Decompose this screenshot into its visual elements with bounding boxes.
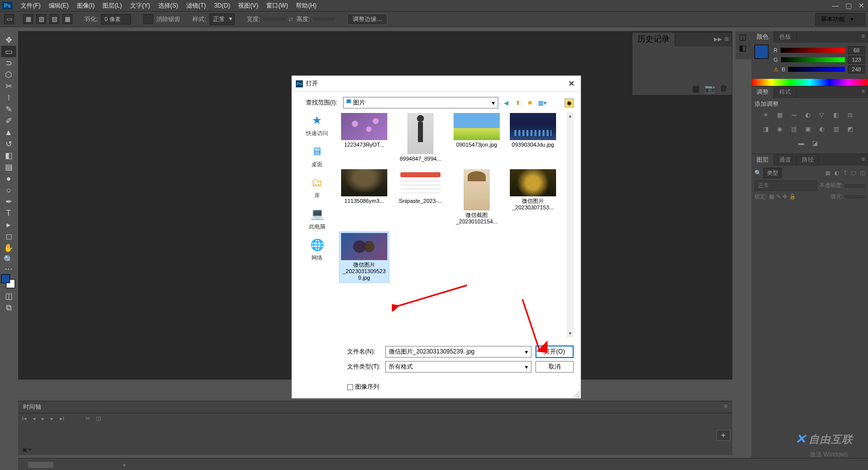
file-item[interactable]: 09015473jon.jpg bbox=[452, 112, 502, 163]
file-item[interactable]: 微信截图_20230102154... bbox=[452, 168, 502, 226]
filter-pixel-icon[interactable]: ▦ bbox=[825, 170, 830, 176]
tl-mode-icon[interactable]: ▣ ▾ bbox=[22, 446, 32, 453]
filter-smart-icon[interactable]: ◫ bbox=[860, 170, 865, 176]
menu-help[interactable]: 帮助(H) bbox=[292, 2, 320, 10]
resize-grip-icon[interactable] bbox=[574, 391, 580, 397]
quickmask-tool[interactable]: ◫ bbox=[1, 290, 16, 302]
tl-trans-icon[interactable]: ◫ bbox=[96, 415, 101, 422]
color-tab[interactable]: 颜色 bbox=[751, 31, 774, 43]
open-button[interactable]: 打开(O) bbox=[535, 345, 574, 358]
file-item[interactable]: 微信图片_20230307153... bbox=[508, 168, 558, 226]
back-icon[interactable]: ◀ bbox=[501, 98, 510, 107]
blend-mode-select[interactable]: 正常 bbox=[754, 180, 817, 191]
lock-pos-icon[interactable]: ✥ bbox=[783, 193, 787, 200]
channels-tab[interactable]: 通道 bbox=[774, 154, 797, 166]
color-fg-swatch[interactable] bbox=[754, 45, 769, 59]
shape-tool[interactable]: ◻ bbox=[1, 230, 16, 242]
style-select[interactable]: 正常 ▾ bbox=[209, 14, 235, 25]
marquee-tool[interactable]: ▭ bbox=[1, 46, 16, 57]
tl-cut-icon[interactable]: ✂ bbox=[85, 415, 90, 422]
dialog-titlebar[interactable]: Ps 打开 ✕ bbox=[292, 76, 581, 92]
r-slider[interactable] bbox=[781, 48, 845, 53]
maximize-button[interactable]: ▢ bbox=[842, 0, 855, 11]
adj-curves-icon[interactable]: 〜 bbox=[791, 111, 800, 121]
type-tool[interactable]: T bbox=[1, 207, 16, 219]
tl-play-icon[interactable]: ▸ bbox=[42, 415, 45, 422]
dialog-close-button[interactable]: ✕ bbox=[566, 79, 577, 88]
feather-field[interactable]: 0 像素 bbox=[101, 14, 131, 25]
lock-all-icon[interactable]: 🔒 bbox=[789, 193, 796, 200]
collapsed-panel-icon-2[interactable]: ◧ bbox=[735, 42, 749, 53]
quick-select-tool[interactable]: ⬡ bbox=[1, 69, 16, 80]
g-value[interactable]: 123 bbox=[848, 56, 865, 64]
lock-pixel-icon[interactable]: ✎ bbox=[776, 193, 781, 200]
opacity-field[interactable] bbox=[845, 184, 865, 187]
timeline-menu-icon[interactable]: ≡ bbox=[724, 403, 727, 411]
history-tab[interactable]: 历史记录 bbox=[632, 33, 675, 46]
collapsed-panel-icon-1[interactable]: ◫ bbox=[735, 31, 749, 42]
pen-tool[interactable]: ✒ bbox=[1, 196, 16, 207]
move-tool[interactable]: ✥ bbox=[1, 34, 16, 46]
antialias-checkbox[interactable] bbox=[143, 14, 153, 24]
filter-shape-icon[interactable]: ▢ bbox=[851, 170, 856, 176]
file-list[interactable]: 1223473RyOT...8994847_8994...09015473jon… bbox=[339, 112, 574, 337]
layers-tab[interactable]: 图层 bbox=[751, 154, 774, 166]
menu-filter[interactable]: 滤镜(T) bbox=[182, 2, 210, 10]
tl-first-icon[interactable]: I◂ bbox=[22, 415, 27, 422]
fg-color-swatch[interactable] bbox=[1, 274, 10, 283]
sel-mode-sub[interactable]: ▨ bbox=[49, 14, 59, 24]
sel-mode-add[interactable]: ▧ bbox=[36, 14, 46, 24]
file-scrollbar[interactable]: ▲ ▼ bbox=[567, 112, 574, 337]
menu-view[interactable]: 视图(V) bbox=[234, 2, 262, 10]
swatches-tab[interactable]: 色板 bbox=[774, 31, 797, 43]
sel-mode-new[interactable]: ▦ bbox=[23, 14, 33, 24]
tool-preset-icon[interactable]: ▭ bbox=[4, 14, 14, 24]
adj-exposure-icon[interactable]: ◐ bbox=[805, 111, 814, 121]
adj-photo-icon[interactable]: ◉ bbox=[777, 126, 786, 135]
refine-edge-button[interactable]: 调整边缘... bbox=[347, 14, 387, 25]
adj-brightness-icon[interactable]: ☀ bbox=[763, 111, 772, 121]
menu-layer[interactable]: 图层(L) bbox=[98, 2, 126, 10]
adjust-panel-menu-icon[interactable]: ≡ bbox=[858, 86, 868, 98]
adj-invert-icon[interactable]: ◐ bbox=[819, 126, 828, 135]
color-swatches[interactable] bbox=[1, 274, 15, 288]
adj-hue-icon[interactable]: ◧ bbox=[833, 111, 842, 121]
history-brush-tool[interactable]: ↺ bbox=[1, 138, 16, 150]
sel-mode-int[interactable]: ▩ bbox=[62, 14, 72, 24]
filter-type-icon[interactable]: T bbox=[843, 170, 847, 176]
file-item[interactable]: Snipaste_2023-... bbox=[395, 168, 446, 226]
tl-next-icon[interactable]: ▸ bbox=[51, 415, 54, 422]
paths-tab[interactable]: 路径 bbox=[797, 154, 819, 166]
adj-selective-icon[interactable]: ◪ bbox=[812, 140, 821, 149]
adj-gradient-icon[interactable]: ▬ bbox=[798, 140, 807, 149]
dodge-tool[interactable]: ○ bbox=[1, 184, 16, 196]
path-select-tool[interactable]: ▸ bbox=[1, 219, 16, 230]
gradient-tool[interactable]: ▤ bbox=[1, 161, 16, 173]
up-icon[interactable]: ⬆ bbox=[513, 98, 522, 107]
side-quickaccess[interactable]: ★ 快速访问 bbox=[306, 113, 328, 137]
history-collapse-icon[interactable]: ▸▸ ≡ bbox=[711, 33, 732, 46]
menu-window[interactable]: 窗口(W) bbox=[262, 2, 292, 10]
eyedropper-tool[interactable]: ⁞ bbox=[1, 92, 16, 103]
timeline-tab-label[interactable]: 时间轴 bbox=[23, 403, 41, 411]
tl-add-button[interactable]: + bbox=[716, 430, 730, 441]
adj-poster-icon[interactable]: ▥ bbox=[833, 126, 842, 135]
lasso-tool[interactable]: ⊃ bbox=[1, 57, 16, 69]
color-panel-menu-icon[interactable]: ≡ bbox=[858, 31, 868, 43]
file-item[interactable]: 1223473RyOT... bbox=[339, 112, 389, 163]
blur-tool[interactable]: ● bbox=[1, 173, 16, 184]
menu-3d[interactable]: 3D(D) bbox=[210, 2, 234, 9]
layer-filter-kind[interactable]: 类型 bbox=[764, 168, 782, 178]
history-trash-icon[interactable]: 🗑 bbox=[720, 84, 728, 93]
adj-lookup-icon[interactable]: ▣ bbox=[805, 126, 814, 135]
filetype-combo[interactable]: 所有格式▾ bbox=[385, 361, 531, 373]
adj-balance-icon[interactable]: ⚖ bbox=[847, 111, 856, 121]
styles-tab[interactable]: 样式 bbox=[774, 86, 797, 98]
side-desktop[interactable]: 🖥 桌面 bbox=[309, 144, 325, 168]
views-icon[interactable]: ▦▾ bbox=[537, 98, 547, 107]
close-button[interactable]: ✕ bbox=[855, 0, 868, 11]
side-network[interactable]: 🌐 网络 bbox=[309, 238, 325, 262]
history-snapshot-icon[interactable]: ▦ bbox=[692, 84, 700, 93]
history-camera-icon[interactable]: 📷 bbox=[705, 84, 715, 93]
eraser-tool[interactable]: ◧ bbox=[1, 150, 16, 161]
